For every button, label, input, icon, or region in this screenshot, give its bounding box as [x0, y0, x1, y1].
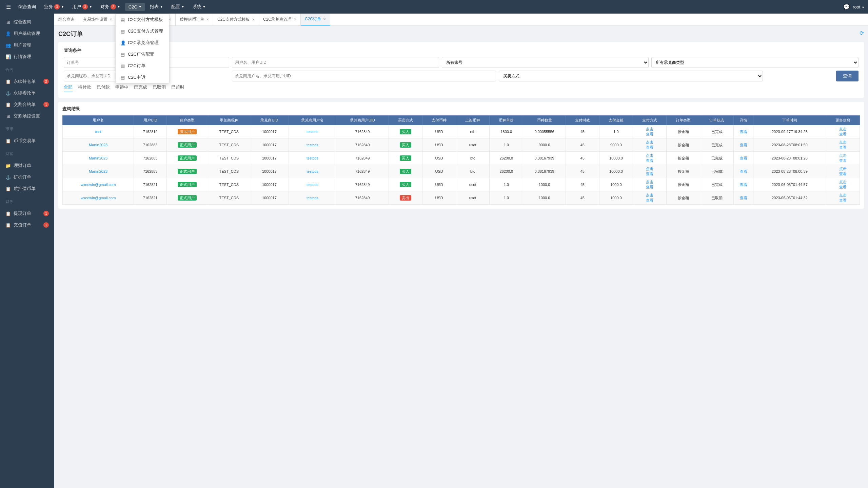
nav-c2c[interactable]: C2C ▼ [125, 3, 145, 11]
cell-time-limit: 45 [566, 178, 599, 191]
col-merchant-name: 承兑商昵称 [208, 116, 250, 125]
cell-detail: 查看 [734, 178, 753, 191]
filter-tab-completed[interactable]: 已完成 [134, 84, 147, 92]
more-info-link[interactable]: 点击查看 [839, 167, 847, 176]
cell-merchant-uid: 1000017 [250, 125, 289, 138]
cell-order-status: 已完成 [700, 165, 734, 178]
nav-报表[interactable]: 报表 ▼ [146, 2, 166, 11]
cell-account-type: 正式用户 [167, 165, 208, 178]
dropdown-item-c2c-order[interactable]: ▤ C2C订单 [116, 60, 169, 72]
pay-method-link[interactable]: 点击查看 [646, 167, 653, 176]
merchant-type-select[interactable]: 所有承兑商类型 [651, 57, 859, 68]
username-link[interactable]: wxedwin@gmail.com [81, 183, 116, 187]
tab-交易场控设置[interactable]: 交易场控设置 ✕ [79, 14, 117, 26]
pay-method-link[interactable]: 点击查看 [646, 153, 653, 163]
cell-order-status: 已完成 [700, 152, 734, 165]
filter-tab-cancelled[interactable]: 已取消 [153, 84, 166, 92]
tab-c2c支付方式模板[interactable]: C2C支付方式模板 ✕ [213, 14, 259, 26]
tab-质押借币订单[interactable]: 质押借币订单 ✕ [176, 14, 213, 26]
col-detail: 详情 [734, 116, 753, 125]
username-link[interactable]: wxedwin@gmail.com [81, 196, 116, 200]
more-info-link[interactable]: 点击查看 [839, 193, 847, 202]
message-icon[interactable]: 💬 [843, 4, 850, 10]
hamburger-icon[interactable]: ☰ [3, 2, 14, 12]
detail-link[interactable]: 查看 [740, 183, 747, 187]
more-info-link[interactable]: 点击查看 [839, 140, 847, 149]
tab-close-icon[interactable]: ✕ [323, 17, 326, 21]
cell-uid: 7162821 [134, 178, 167, 191]
nav-用户[interactable]: 用户 3 ▼ [69, 2, 96, 11]
sidebar-item-行情管理[interactable]: 📊 行情管理 [0, 51, 54, 62]
filter-tab-pending[interactable]: 待付款 [78, 84, 91, 92]
sidebar-item-交割合约单[interactable]: 📋 交割合约单 1 [0, 99, 54, 110]
username-input[interactable] [232, 57, 439, 68]
nav-系统[interactable]: 系统 ▼ [189, 2, 209, 11]
filter-tab-paid[interactable]: 已付款 [97, 84, 110, 92]
sidebar-item-用户基础管理[interactable]: 👤 用户基础管理 [0, 28, 54, 39]
sidebar-item-用户管理[interactable]: 👥 用户管理 [0, 39, 54, 51]
tab-close-icon[interactable]: ✕ [206, 18, 209, 21]
sidebar-item-永续持仓单[interactable]: 📋 永续持仓单 2 [0, 76, 54, 87]
refresh-icon[interactable]: ⟳ [860, 30, 864, 36]
trade-method-select[interactable]: 买卖方式 [499, 71, 763, 81]
sidebar-item-质押借币单[interactable]: 📋 质押借币单 [0, 183, 54, 194]
sidebar-item-理财订单[interactable]: 📁 理财订单 [0, 160, 54, 171]
cell-pay-method: 点击查看 [633, 125, 666, 138]
filter-tab-all[interactable]: 全部 [64, 84, 73, 92]
user-menu[interactable]: root ▼ [853, 4, 865, 10]
dropdown-item-c2c-appeal[interactable]: ▤ C2C申诉 [116, 72, 169, 83]
username-link[interactable]: Martin2023 [89, 169, 107, 173]
sidebar-item-永续委托单[interactable]: ⚓ 永续委托单 [0, 87, 54, 99]
cell-list-coin: usdt [456, 138, 490, 152]
col-order-type: 订单类型 [667, 116, 700, 125]
cell-order-status: 已完成 [700, 125, 734, 138]
more-info-link[interactable]: 点击查看 [839, 127, 847, 136]
username-link[interactable]: Martin2023 [89, 156, 107, 160]
sidebar-item-币币交易单[interactable]: 📋 币币交易单 [0, 135, 54, 147]
nav-业务[interactable]: 业务 3 ▼ [41, 2, 67, 11]
merchant-user-link[interactable]: testcds [307, 196, 318, 200]
pay-method-link[interactable]: 点击查看 [646, 140, 653, 149]
nav-配置[interactable]: 配置 ▼ [168, 2, 188, 11]
tab-close-icon[interactable]: ✕ [252, 18, 255, 21]
sidebar-item-充值订单[interactable]: 📋 充值订单 1 [0, 219, 54, 231]
merchant-user-link[interactable]: testcds [307, 183, 318, 187]
chevron-down-icon: ▼ [61, 5, 64, 8]
merchant-user-link[interactable]: testcds [307, 143, 318, 147]
tab-c2c承兑商管理[interactable]: C2C承兑商管理 ✕ [259, 14, 301, 26]
pay-method-link[interactable]: 点击查看 [646, 193, 653, 202]
more-info-link[interactable]: 点击查看 [839, 153, 847, 163]
dropdown-item-c2c-ad-config[interactable]: ▤ C2C广告配置 [116, 49, 169, 60]
merchant-user-input[interactable] [232, 71, 496, 81]
sidebar-item-提现订单[interactable]: 📋 提现订单 1 [0, 208, 54, 219]
tab-c2c订单[interactable]: C2C订单 ✕ [301, 14, 330, 26]
account-select[interactable]: 所有账号 [442, 57, 649, 68]
pay-method-link[interactable]: 点击查看 [646, 127, 653, 136]
filter-tab-appeal[interactable]: 申诉中 [115, 84, 129, 92]
detail-link[interactable]: 查看 [740, 169, 747, 173]
detail-link[interactable]: 查看 [740, 196, 747, 200]
filter-tab-timeout[interactable]: 已超时 [171, 84, 184, 92]
dropdown-item-c2c-pay-template[interactable]: ▤ C2C支付方式模板 [116, 14, 169, 25]
username-link[interactable]: test [95, 130, 101, 134]
detail-link[interactable]: 查看 [740, 156, 747, 160]
tab-close-icon[interactable]: ✕ [294, 18, 296, 21]
dropdown-item-c2c-merchant[interactable]: 👤 C2C承兑商管理 [116, 37, 169, 49]
tab-close-icon[interactable]: ✕ [110, 18, 112, 21]
merchant-user-link[interactable]: testcds [307, 156, 318, 160]
nav-综合查询[interactable]: 综合查询 [15, 2, 39, 11]
merchant-user-link[interactable]: testcds [307, 169, 318, 173]
pay-method-link[interactable]: 点击查看 [646, 180, 653, 189]
username-link[interactable]: Martin2023 [89, 143, 107, 147]
tab-综合查询[interactable]: 综合查询 [54, 14, 79, 26]
detail-link[interactable]: 查看 [740, 143, 747, 147]
dropdown-item-c2c-pay-manage[interactable]: ▤ C2C支付方式管理 [116, 25, 169, 37]
nav-财务[interactable]: 财务 2 ▼ [97, 2, 124, 11]
sidebar-item-综合查询[interactable]: ⊞ 综合查询 [0, 16, 54, 28]
query-button[interactable]: 查询 [836, 71, 859, 81]
sidebar-item-矿机订单[interactable]: ⚓ 矿机订单 [0, 171, 54, 183]
more-info-link[interactable]: 点击查看 [839, 180, 847, 189]
merchant-user-link[interactable]: testcds [307, 130, 318, 134]
detail-link[interactable]: 查看 [740, 130, 747, 134]
sidebar-item-交割场控设置[interactable]: ⊞ 交割场控设置 [0, 110, 54, 122]
